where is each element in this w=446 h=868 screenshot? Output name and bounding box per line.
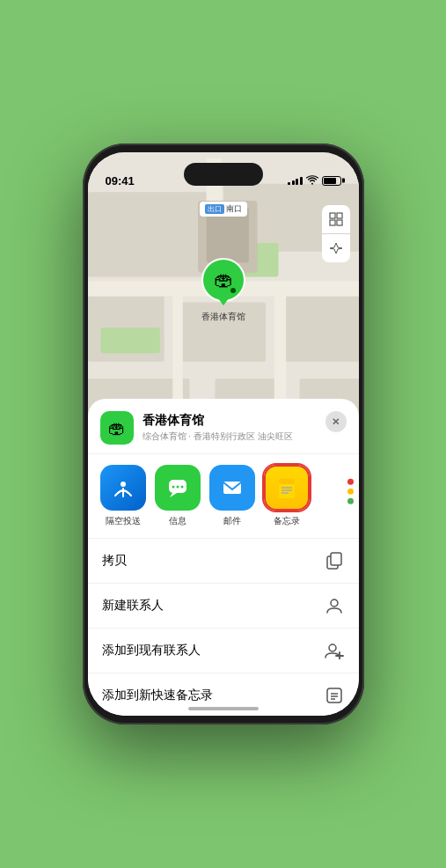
venue-description: 综合体育馆 · 香港特别行政区 油尖旺区 (143, 430, 347, 443)
status-icons (288, 175, 341, 187)
map-exit-label: 出口 南口 (200, 202, 247, 217)
svg-rect-40 (327, 688, 341, 702)
pin-label: 香港体育馆 (201, 311, 245, 323)
svg-point-26 (176, 486, 179, 489)
share-item-mail[interactable]: 邮件 (209, 465, 255, 527)
notes-label: 备忘录 (274, 515, 300, 527)
airdrop-label: 隔空投送 (106, 515, 141, 527)
copy-label: 拷贝 (102, 553, 127, 569)
dynamic-island (184, 163, 263, 186)
location-pin: 🏟 香港体育馆 (201, 258, 245, 323)
svg-point-25 (172, 486, 174, 489)
close-button[interactable]: ✕ (325, 411, 347, 432)
action-copy[interactable]: 拷贝 (88, 539, 359, 584)
svg-marker-24 (170, 493, 177, 497)
signal-icon (288, 176, 303, 185)
svg-rect-18 (337, 213, 342, 218)
svg-rect-19 (330, 220, 335, 225)
exit-name: 南口 (226, 203, 242, 215)
action-add-contact[interactable]: 添加到现有联系人 (88, 629, 359, 673)
exit-tag: 出口 (205, 204, 224, 214)
svg-point-21 (121, 482, 126, 487)
svg-rect-35 (331, 553, 341, 565)
phone-screen: 09:41 (88, 152, 359, 716)
copy-icon (324, 550, 345, 571)
mail-icon (209, 465, 255, 511)
share-item-airdrop[interactable]: 隔空投送 (100, 465, 146, 527)
quick-note-label: 添加到新快速备忘录 (102, 688, 213, 703)
map-controls (322, 205, 350, 262)
status-time: 09:41 (106, 174, 135, 188)
svg-point-36 (331, 600, 338, 607)
svg-point-37 (329, 644, 336, 651)
share-item-notes[interactable]: 备忘录 (264, 465, 310, 527)
location-button[interactable] (322, 234, 350, 262)
share-row: 隔空投送 信息 (88, 454, 359, 539)
message-icon (155, 465, 201, 511)
svg-rect-5 (282, 285, 359, 362)
bottom-sheet: 🏟 香港体育馆 综合体育馆 · 香港特别行政区 油尖旺区 ✕ (88, 399, 359, 716)
battery-icon (322, 176, 341, 186)
new-contact-icon (324, 595, 345, 616)
phone-frame: 09:41 (83, 143, 364, 725)
message-label: 信息 (169, 515, 186, 527)
new-contact-label: 新建联系人 (102, 598, 164, 614)
map-type-button[interactable] (322, 205, 350, 233)
venue-icon: 🏟 (100, 411, 134, 445)
add-contact-label: 添加到现有联系人 (102, 643, 201, 658)
svg-rect-14 (100, 327, 159, 353)
svg-rect-17 (330, 213, 335, 218)
pin-bubble: 🏟 (201, 258, 245, 302)
svg-rect-1 (88, 192, 207, 276)
action-list: 拷贝 新建联系人 (88, 539, 359, 716)
more-indicator (347, 478, 354, 504)
airdrop-icon (100, 465, 146, 511)
venue-info: 香港体育馆 综合体育馆 · 香港特别行政区 油尖旺区 (143, 413, 347, 443)
mail-label: 邮件 (223, 515, 241, 527)
notes-icon (264, 465, 310, 511)
home-indicator (188, 707, 259, 710)
venue-card: 🏟 香港体育馆 综合体育馆 · 香港特别行政区 油尖旺区 ✕ (88, 399, 359, 454)
svg-point-27 (180, 486, 183, 489)
action-new-contact[interactable]: 新建联系人 (88, 584, 359, 629)
svg-rect-28 (223, 482, 241, 494)
share-item-message[interactable]: 信息 (155, 465, 201, 527)
add-contact-icon (324, 640, 345, 661)
svg-rect-30 (279, 479, 295, 484)
quick-note-icon (324, 685, 345, 706)
wifi-icon (306, 175, 318, 187)
svg-rect-20 (337, 220, 342, 225)
venue-name: 香港体育馆 (143, 413, 347, 429)
